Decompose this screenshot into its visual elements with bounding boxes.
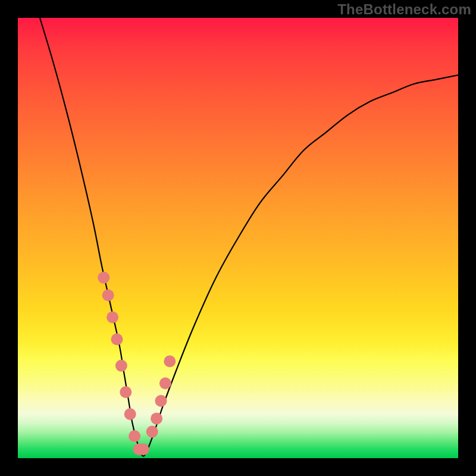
bottleneck-curve-svg (18, 18, 458, 458)
bottleneck-curve-path (40, 18, 458, 456)
highlight-point (146, 426, 158, 438)
highlight-point (107, 311, 118, 323)
highlight-point (120, 386, 131, 398)
highlight-point (115, 360, 127, 372)
highlight-point (102, 289, 114, 301)
watermark-text: TheBottleneck.com (337, 1, 471, 18)
highlight-point (155, 395, 167, 407)
highlight-point (159, 377, 171, 389)
highlight-point (151, 412, 162, 424)
highlight-point (164, 355, 176, 367)
highlight-point (129, 430, 140, 442)
highlight-point (137, 443, 149, 455)
highlight-point (98, 272, 109, 284)
plot-area (18, 18, 458, 458)
highlight-point (124, 408, 136, 420)
highlight-points-group (98, 272, 176, 456)
chart-frame: TheBottleneck.com (0, 0, 476, 476)
highlight-point (111, 333, 123, 345)
